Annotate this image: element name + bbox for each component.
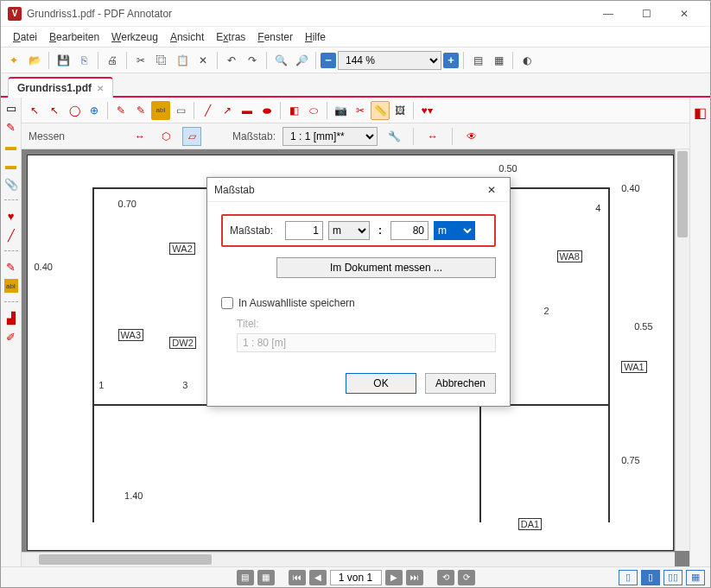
delete-icon[interactable]: ✕ (194, 51, 213, 70)
find-icon[interactable]: 🔍 (271, 51, 290, 70)
arrow-icon[interactable]: ↗ (218, 101, 237, 120)
menu-edit[interactable]: Bearbeiten (44, 29, 105, 45)
line-tool-icon[interactable]: ╱ (198, 101, 217, 120)
menu-window[interactable]: Fenster (252, 29, 298, 45)
zoom-select[interactable]: 144 % (338, 51, 441, 70)
zoom-tool-icon[interactable]: ⊕ (85, 101, 104, 120)
rect-icon[interactable]: ▬ (238, 101, 257, 120)
select-icon[interactable]: ↖ (45, 101, 64, 120)
separator (194, 102, 194, 119)
measure-in-doc-button[interactable]: Im Dokument messen ... (276, 257, 496, 278)
clip-icon[interactable]: 📎 (4, 177, 18, 191)
menu-extras[interactable]: Extras (211, 29, 251, 45)
dist-icon[interactable]: ↔ (130, 127, 149, 146)
pointer-icon[interactable]: ↖ (25, 101, 44, 120)
textbox-icon[interactable]: ▭ (171, 101, 190, 120)
page-doc-icon[interactable]: ▤ (237, 570, 254, 585)
document-tab[interactable]: Grundriss1.pdf ✕ (8, 77, 113, 98)
mark-label: 2 (544, 306, 549, 316)
cancel-button[interactable]: Abbrechen (425, 373, 496, 394)
camera-icon[interactable]: 📷 (331, 101, 350, 120)
view-mode-2[interactable]: ▯ (641, 570, 660, 585)
menu-help[interactable]: Hilfe (300, 29, 331, 45)
layout2-icon[interactable]: ▦ (489, 51, 508, 70)
visibility-icon[interactable]: 👁 (462, 127, 481, 146)
scale-value-2-input[interactable] (390, 221, 429, 240)
page-icon[interactable]: ▭ (4, 101, 18, 115)
measure-tool-icon[interactable]: 📏 (371, 101, 390, 120)
redo-icon[interactable]: ↷ (243, 51, 262, 70)
dim-line-icon[interactable]: ↔ (423, 127, 442, 146)
horizontal-scrollbar[interactable] (22, 552, 675, 566)
stamp-icon[interactable]: ▟ (4, 311, 18, 325)
pen-icon[interactable]: ✎ (4, 120, 18, 134)
page-plus-icon[interactable]: ▦ (257, 570, 275, 585)
scale-select[interactable]: 1 : 1 [mm]** (282, 127, 378, 146)
menu-tool[interactable]: Werkzeug (106, 29, 163, 45)
first-page-button[interactable]: ⏮ (289, 570, 306, 585)
scale-unit-1-select[interactable]: m (328, 221, 370, 240)
forward-button[interactable]: ⟳ (458, 570, 475, 585)
fav-icon[interactable]: ♥▾ (417, 101, 436, 120)
eraser-side-icon[interactable]: ◧ (694, 104, 707, 121)
undo-icon[interactable]: ↶ (222, 51, 241, 70)
scale-unit-2-select[interactable]: m (434, 221, 475, 240)
saveas-icon[interactable]: ⎘ (74, 51, 93, 70)
minimize-button[interactable]: — (589, 2, 627, 26)
menu-view[interactable]: Ansicht (165, 29, 209, 45)
scale-value-1-input[interactable] (285, 221, 323, 240)
view-mode-1[interactable]: ▯ (619, 570, 638, 585)
eraser-icon[interactable]: ◧ (284, 101, 303, 120)
zoom-in-button[interactable]: + (443, 53, 459, 68)
save-in-list-checkbox[interactable] (221, 297, 233, 309)
crop-icon[interactable]: ✂ (351, 101, 370, 120)
note-icon[interactable]: ▬ (4, 139, 18, 153)
image-icon[interactable]: 🖼 (390, 101, 409, 120)
pen3-icon[interactable]: ✐ (4, 330, 18, 344)
maximize-button[interactable]: ☐ (627, 2, 665, 26)
area-icon[interactable]: ▱ (182, 127, 201, 146)
zoom-out-button[interactable]: − (321, 53, 336, 68)
pen-tool-icon[interactable]: ✎ (111, 101, 130, 120)
new-icon[interactable]: ✦ (4, 51, 23, 70)
print-icon[interactable]: 🖨 (103, 51, 122, 70)
contrast-icon[interactable]: ◐ (517, 51, 536, 70)
next-page-button[interactable]: ▶ (385, 570, 403, 585)
layout-icon[interactable]: ▤ (468, 51, 487, 70)
window-title: Grundriss1.pdf - PDF Annotator (27, 8, 589, 20)
note2-icon[interactable]: ▬ (4, 158, 18, 172)
text-tool-icon[interactable]: abI (4, 279, 18, 293)
save-icon[interactable]: 💾 (54, 51, 73, 70)
pen2-icon[interactable]: ✎ (4, 260, 18, 274)
text-icon[interactable]: abI (151, 101, 170, 120)
find-next-icon[interactable]: 🔎 (292, 51, 311, 70)
page-indicator[interactable] (330, 570, 382, 585)
view-mode-3[interactable]: ▯▯ (663, 570, 682, 585)
wrench-icon[interactable]: 🔧 (384, 127, 403, 146)
paste-icon[interactable]: 📋 (173, 51, 192, 70)
copy-icon[interactable]: ⿻ (152, 51, 171, 70)
menu-file[interactable]: Datei (8, 29, 42, 45)
last-page-button[interactable]: ⏭ (406, 570, 423, 585)
mark-label: 3 (182, 380, 187, 390)
perim-icon[interactable]: ⬡ (156, 127, 175, 146)
scroll-thumb[interactable] (677, 151, 688, 237)
close-button[interactable]: ✕ (665, 2, 703, 26)
heart-icon[interactable]: ♥ (4, 209, 18, 223)
marker-icon[interactable]: ✎ (131, 101, 150, 120)
ellipse-icon[interactable]: ⬬ (257, 101, 276, 120)
cut-icon[interactable]: ✂ (131, 51, 150, 70)
tab-close-icon[interactable]: ✕ (97, 84, 104, 93)
vertical-scrollbar[interactable] (675, 149, 689, 551)
view-mode-4[interactable]: ▦ (686, 570, 705, 585)
ok-button[interactable]: OK (346, 373, 416, 394)
open-icon[interactable]: 📂 (25, 51, 44, 70)
separator (280, 102, 281, 119)
eraser2-icon[interactable]: ⬭ (304, 101, 323, 120)
scroll-thumb[interactable] (39, 554, 212, 565)
lasso-icon[interactable]: ◯ (65, 101, 84, 120)
back-button[interactable]: ⟲ (437, 570, 454, 585)
prev-page-button[interactable]: ◀ (309, 570, 327, 585)
line-icon[interactable]: ╱ (4, 228, 18, 242)
dialog-close-button[interactable]: ✕ (480, 181, 503, 199)
